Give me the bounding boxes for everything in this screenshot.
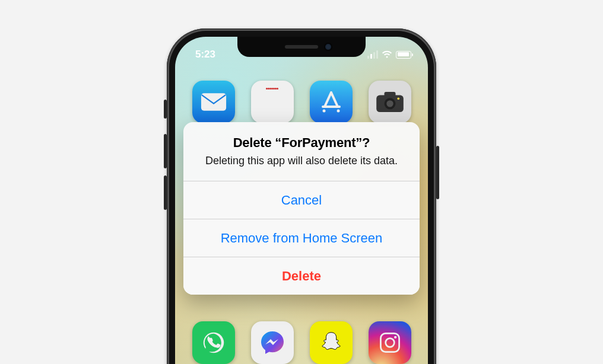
- delete-button[interactable]: Delete: [183, 257, 420, 295]
- display-notch: [237, 37, 366, 57]
- alert-message: Deleting this app will also delete its d…: [199, 154, 404, 168]
- status-time: 5:23: [195, 49, 215, 60]
- battery-icon: [396, 51, 411, 59]
- remove-from-home-button[interactable]: Remove from Home Screen: [183, 219, 420, 257]
- wifi-icon: [382, 50, 392, 59]
- earpiece-speaker: [285, 45, 318, 49]
- alert-title: Delete “ForPayment”?: [199, 135, 404, 151]
- delete-app-alert: Delete “ForPayment”? Deleting this app w…: [183, 122, 420, 295]
- phone-screen: 5:23: [175, 37, 428, 364]
- volume-up-button: [164, 134, 167, 168]
- mute-switch: [164, 100, 167, 119]
- cellular-signal-icon: [367, 50, 378, 59]
- iphone-frame: 5:23: [167, 28, 436, 364]
- power-button: [436, 146, 439, 199]
- alert-header: Delete “ForPayment”? Deleting this app w…: [183, 122, 420, 181]
- status-indicators: [367, 50, 411, 59]
- cancel-button[interactable]: Cancel: [183, 181, 420, 219]
- volume-down-button: [164, 175, 167, 210]
- front-camera: [325, 44, 331, 50]
